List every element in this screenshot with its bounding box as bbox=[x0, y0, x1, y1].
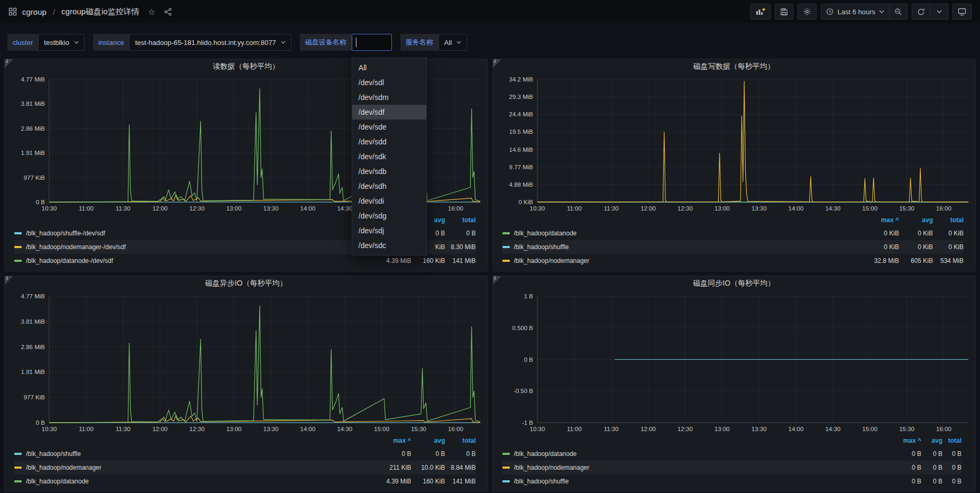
x-axis-label: 14:30 bbox=[337, 426, 352, 432]
legend-series-name[interactable]: /blk_hadoop/datanode bbox=[14, 478, 363, 485]
legend-value-max: 0 B bbox=[898, 478, 921, 485]
dropdown-option[interactable]: /dev/sde bbox=[352, 120, 426, 134]
y-axis-label: 9.77 MiB bbox=[509, 164, 533, 170]
dropdown-option[interactable]: /dev/sdi bbox=[352, 194, 426, 208]
x-axis-label: 11:30 bbox=[603, 205, 618, 212]
save-dashboard-button[interactable] bbox=[775, 4, 793, 20]
legend-series-swatch[interactable] bbox=[14, 260, 22, 262]
y-axis-label: 3.81 MiB bbox=[21, 101, 45, 107]
legend-row: /blk_hadoop/datanode0 B0 B0 B bbox=[502, 447, 962, 461]
x-axis-label: 15:30 bbox=[899, 426, 914, 432]
x-axis-label: 10:30 bbox=[529, 205, 545, 212]
panel-info-icon[interactable]: i bbox=[5, 59, 13, 68]
legend: max ^ avg total /blk_hadoop/datanode0 Ki… bbox=[493, 214, 976, 271]
dropdown-option[interactable]: /dev/sdl bbox=[352, 75, 426, 90]
legend-series-name[interactable]: /blk_hadoop/shuffle bbox=[502, 478, 899, 485]
grid-icon[interactable] bbox=[8, 7, 17, 16]
legend: max ^ avg total /blk_hadoop/datanode0 B0… bbox=[493, 434, 976, 491]
instance-select[interactable]: test-hadoop-65-181.hiido.host.int.yy.com… bbox=[129, 34, 291, 51]
legend-value-avg: 160 KiB bbox=[411, 478, 445, 485]
panel-title[interactable]: 磁盘同步IO（每秒平均） bbox=[493, 276, 976, 291]
y-axis-label: 34.2 MiB bbox=[509, 76, 533, 83]
panel-title[interactable]: 磁盘写数据（每秒平均） bbox=[493, 59, 976, 74]
star-icon[interactable]: ☆ bbox=[148, 7, 155, 17]
x-axis-label: 12:00 bbox=[152, 426, 168, 432]
dropdown-option[interactable]: /dev/sdd bbox=[352, 134, 426, 149]
legend-series-swatch[interactable] bbox=[502, 232, 510, 234]
chevron-down-icon bbox=[879, 10, 884, 13]
dropdown-option[interactable]: /dev/sdb bbox=[352, 164, 426, 179]
legend-sort-max[interactable]: max ^ bbox=[898, 437, 921, 444]
legend-sort-max[interactable]: max ^ bbox=[363, 437, 411, 444]
legend-series-swatch[interactable] bbox=[14, 246, 22, 248]
legend-sort-total[interactable]: total bbox=[445, 216, 476, 224]
dropdown-option[interactable]: /dev/sdf bbox=[352, 105, 426, 120]
legend-sort-avg[interactable]: avg bbox=[899, 216, 933, 224]
legend-series-name[interactable]: /blk_hadoop/datanode bbox=[502, 230, 851, 237]
legend-row: /blk_hadoop/shuffle0 KiB0 KiB0 KiB bbox=[502, 240, 964, 254]
breadcrumb-page-title[interactable]: cgroup磁盘io监控详情 bbox=[61, 7, 140, 17]
dropdown-option[interactable]: /dev/sdc bbox=[352, 238, 426, 253]
legend-value-total: 8.30 MiB bbox=[445, 243, 476, 251]
panel-title[interactable]: 磁盘异步IO（每秒平均） bbox=[5, 276, 488, 291]
dropdown-option[interactable]: /dev/sdj bbox=[352, 223, 426, 238]
legend-series-name[interactable]: /blk_hadoop/shuffle bbox=[14, 450, 363, 458]
x-axis-label: 15:00 bbox=[862, 426, 877, 432]
legend-series-swatch[interactable] bbox=[502, 480, 510, 482]
legend-series-name[interactable]: /blk_hadoop/nodemanager-/dev/sdf bbox=[14, 243, 363, 251]
kiosk-mode-button[interactable] bbox=[952, 4, 972, 20]
legend-series-swatch[interactable] bbox=[14, 467, 22, 469]
x-axis-label: 13:30 bbox=[263, 426, 279, 432]
y-axis-label: 977 KiB bbox=[24, 175, 45, 181]
panel-info-icon[interactable]: i bbox=[493, 276, 501, 285]
service-name-select[interactable]: All bbox=[438, 34, 467, 51]
legend-series-swatch[interactable] bbox=[502, 246, 510, 248]
disk-device-input[interactable] bbox=[352, 34, 392, 51]
dashboard-settings-button[interactable] bbox=[798, 4, 817, 20]
refresh-interval-dropdown[interactable] bbox=[930, 4, 948, 20]
legend-sort-max[interactable]: max ^ bbox=[850, 216, 899, 224]
legend-series-name[interactable]: /blk_hadoop/datanode-/dev/sdf bbox=[14, 257, 363, 264]
cluster-select[interactable]: testblkio bbox=[38, 34, 85, 51]
add-panel-button[interactable] bbox=[750, 4, 771, 20]
legend-header: max ^ avg total bbox=[502, 214, 964, 226]
legend-sort-total[interactable]: total bbox=[445, 437, 476, 444]
legend-series-swatch[interactable] bbox=[14, 480, 22, 482]
zoom-out-time-button[interactable] bbox=[890, 4, 908, 20]
legend-series-swatch[interactable] bbox=[502, 453, 510, 455]
legend-sort-total[interactable]: total bbox=[933, 216, 964, 224]
legend-value-max: 0 KiB bbox=[850, 243, 899, 251]
x-axis-label: 11:00 bbox=[566, 426, 581, 432]
dropdown-option[interactable]: /dev/sdk bbox=[352, 149, 426, 164]
x-axis-label: 11:00 bbox=[566, 205, 581, 212]
dropdown-option[interactable]: /dev/sdm bbox=[352, 90, 426, 105]
dropdown-option[interactable]: /dev/sdh bbox=[352, 179, 426, 194]
time-range-picker[interactable]: Last 6 hours bbox=[821, 4, 890, 20]
share-icon[interactable] bbox=[164, 8, 172, 16]
legend-series-name[interactable]: /blk_hadoop/shuffle-/dev/sdf bbox=[14, 230, 363, 237]
legend-sort-total[interactable]: total bbox=[942, 437, 961, 444]
dropdown-option[interactable]: /dev/sdg bbox=[352, 208, 426, 223]
legend-series-swatch[interactable] bbox=[14, 453, 22, 455]
text-cursor bbox=[356, 38, 356, 47]
legend-series-swatch[interactable] bbox=[502, 260, 510, 262]
y-axis-label: -1 B bbox=[521, 419, 533, 426]
x-axis-label: 12:30 bbox=[677, 205, 693, 212]
legend-series-name[interactable]: /blk_hadoop/nodemanager bbox=[502, 464, 899, 471]
dropdown-option[interactable]: All bbox=[352, 60, 426, 75]
legend-series-name[interactable]: /blk_hadoop/shuffle bbox=[502, 243, 851, 251]
panel-info-icon[interactable]: i bbox=[5, 276, 13, 285]
legend-series-name[interactable]: /blk_hadoop/datanode bbox=[502, 450, 899, 458]
refresh-button[interactable] bbox=[912, 4, 930, 20]
legend-sort-avg[interactable]: avg bbox=[411, 437, 445, 444]
panel-info-icon[interactable]: i bbox=[493, 59, 501, 68]
breadcrumb-section[interactable]: cgroup bbox=[22, 7, 47, 16]
legend-value-max: 211 KiB bbox=[363, 464, 411, 471]
legend-series-name[interactable]: /blk_hadoop/nodemanager bbox=[502, 257, 851, 264]
legend-series-swatch[interactable] bbox=[14, 232, 22, 234]
x-axis-label: 14:00 bbox=[300, 426, 316, 432]
legend-sort-avg[interactable]: avg bbox=[921, 437, 942, 444]
y-axis-label: 1.91 MiB bbox=[21, 369, 45, 375]
legend-series-name[interactable]: /blk_hadoop/nodemanager bbox=[14, 464, 363, 471]
legend-series-swatch[interactable] bbox=[502, 467, 510, 469]
